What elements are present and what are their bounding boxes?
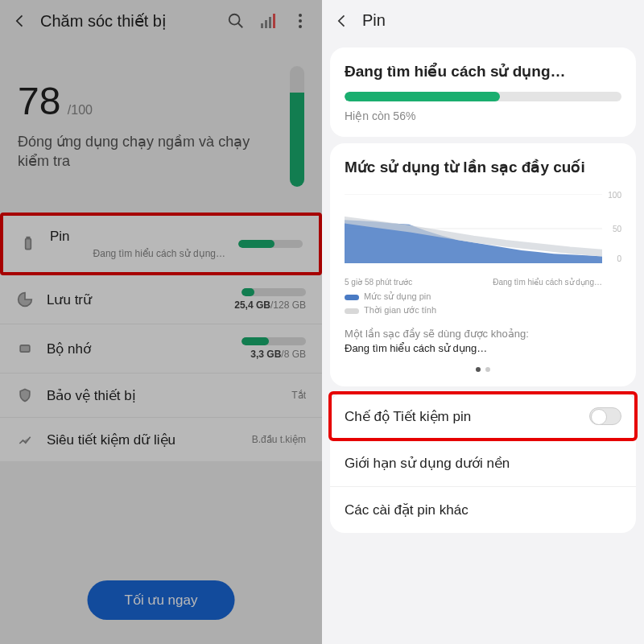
score-bar bbox=[290, 66, 304, 187]
row-storage[interactable]: Lưu trữ 25,4 GB/128 GB bbox=[0, 275, 322, 324]
learning-heading: Đang tìm hiểu cách sử dụng… bbox=[345, 62, 621, 80]
row-label: Pin bbox=[50, 229, 225, 245]
battery-screen: Pin Đang tìm hiểu cách sử dụng… Hiện còn… bbox=[322, 0, 644, 644]
device-care-screen: Chăm sóc thiết bị 78 /100 Đóng ứng dụng … bbox=[0, 0, 322, 644]
usage-heading: Mức sử dụng từ lần sạc đầy cuối bbox=[345, 158, 621, 176]
option-label: Chế độ Tiết kiệm pin bbox=[345, 408, 471, 425]
page-title: Pin bbox=[362, 11, 636, 30]
appbar: Chăm sóc thiết bị bbox=[0, 0, 322, 42]
option-power-saving[interactable]: Chế độ Tiết kiệm pin bbox=[330, 393, 636, 440]
legend-estimate: Thời gian ước tính bbox=[345, 305, 621, 316]
row-value: Tắt bbox=[291, 390, 306, 401]
chart-legend: Mức sử dụng pin Thời gian ước tính bbox=[345, 291, 621, 316]
row-protection[interactable]: Bảo vệ thiết bị Tắt bbox=[0, 374, 322, 418]
memory-icon bbox=[16, 340, 34, 357]
more-icon[interactable] bbox=[291, 12, 309, 30]
pager-dots bbox=[345, 367, 621, 372]
row-label: Siêu tiết kiệm dữ liệu bbox=[47, 431, 239, 448]
battery-progress bbox=[345, 92, 621, 101]
row-label: Lưu trữ bbox=[47, 291, 221, 308]
row-memory[interactable]: Bộ nhớ 3,3 GB/8 GB bbox=[0, 324, 322, 374]
svg-rect-4 bbox=[20, 345, 30, 352]
row-data-saver[interactable]: Siêu tiết kiệm dữ liệu B.đầu t.kiệm bbox=[0, 418, 322, 461]
legend-usage: Mức sử dụng pin bbox=[345, 291, 621, 302]
svg-point-0 bbox=[229, 14, 240, 25]
usage-card: Mức sử dụng từ lần sạc đầy cuối 100 50 0… bbox=[330, 143, 636, 386]
battery-icon bbox=[19, 235, 37, 253]
appbar: Pin bbox=[322, 0, 644, 41]
option-label: Giới hạn sử dụng dưới nền bbox=[345, 455, 510, 472]
row-label: Bảo vệ thiết bị bbox=[47, 387, 279, 404]
battery-options: Chế độ Tiết kiệm pin Giới hạn sử dụng dư… bbox=[330, 393, 636, 533]
back-icon[interactable] bbox=[333, 12, 351, 30]
toggle-off[interactable] bbox=[589, 407, 621, 425]
x-left: 5 giờ 58 phút trước bbox=[345, 278, 412, 287]
option-label: Các cài đặt pin khác bbox=[345, 502, 469, 518]
appbar-actions bbox=[227, 12, 314, 30]
row-detail: Đang tìm hiểu cách sử dụng… bbox=[50, 248, 225, 259]
battery-mini bbox=[238, 240, 303, 248]
score-max: /100 bbox=[68, 103, 93, 117]
x-right: Đang tìm hiểu cách sử dụng… bbox=[493, 278, 602, 287]
storage-icon bbox=[16, 291, 34, 308]
care-list: Pin Đang tìm hiểu cách sử dụng… Lưu trữ … bbox=[0, 213, 322, 461]
data-icon bbox=[16, 431, 34, 448]
svg-rect-3 bbox=[27, 237, 29, 239]
signal-icon[interactable] bbox=[259, 12, 277, 30]
option-background-limit[interactable]: Giới hạn sử dụng dưới nền bbox=[330, 440, 636, 486]
row-battery[interactable]: Pin Đang tìm hiểu cách sử dụng… bbox=[0, 213, 322, 275]
usage-chart: 100 50 0 bbox=[345, 188, 621, 276]
svg-rect-2 bbox=[26, 238, 31, 249]
learning-card: Đang tìm hiểu cách sử dụng… Hiện còn 56% bbox=[330, 47, 636, 137]
shield-icon bbox=[16, 386, 34, 404]
row-value: B.đầu t.kiệm bbox=[252, 434, 306, 445]
score-subtitle: Đóng ứng dụng chạy ngầm và chạy kiểm tra bbox=[18, 132, 280, 171]
care-score: 78 /100 Đóng ứng dụng chạy ngầm và chạy … bbox=[0, 42, 322, 195]
optimize-now-button[interactable]: Tối ưu ngay bbox=[88, 580, 235, 620]
svg-line-1 bbox=[238, 23, 243, 28]
usage-note: Một lần sạc đầy sẽ dùng được khoảng: Đan… bbox=[345, 327, 621, 356]
back-icon[interactable] bbox=[11, 12, 29, 30]
option-other-settings[interactable]: Các cài đặt pin khác bbox=[330, 486, 636, 533]
remaining-text: Hiện còn 56% bbox=[345, 109, 621, 122]
score-value: 78 bbox=[18, 80, 60, 122]
page-title: Chăm sóc thiết bị bbox=[40, 11, 216, 31]
row-label: Bộ nhớ bbox=[47, 341, 229, 357]
search-icon[interactable] bbox=[227, 12, 245, 30]
